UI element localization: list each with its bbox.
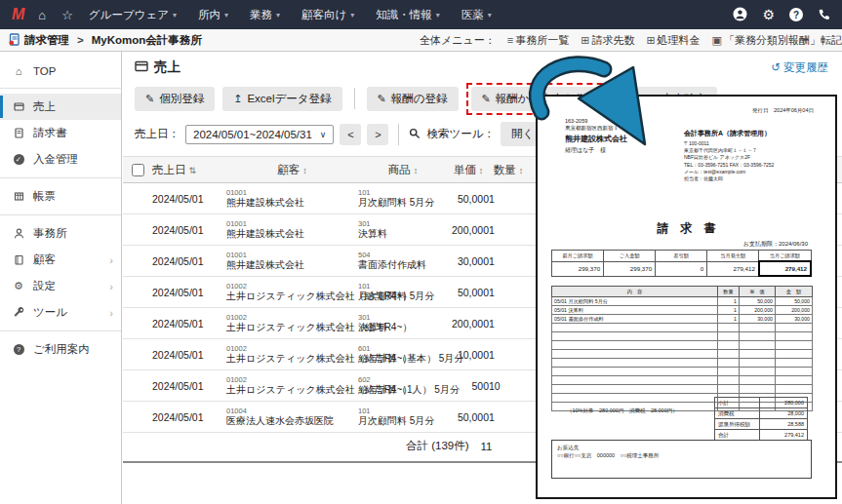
sales-date: 2024/05/01 [152,308,226,339]
menu-customer[interactable]: 顧客向け▾ [301,8,354,22]
total-label: 合計 (139件) [406,439,469,453]
chevron-down-icon: ▾ [276,11,280,19]
sales-date: 2024/05/01 [152,214,226,246]
customer-cell: 01004医療法人速水会赤坂医院 [226,402,358,433]
user-account-icon[interactable] [733,7,747,23]
sender-address2: NBF日比谷ビル アネックス2F [684,154,774,161]
sales-date: 2024/05/01 [152,246,226,277]
phone-icon[interactable] [818,8,830,22]
quantity: 1 [489,277,528,308]
sidebar-item-office[interactable]: 事務所 [0,220,121,247]
invoice-detail-table: 内 容 数量 単 価 金 額 05/01 月次顧問料 5月分150,00050,… [551,286,813,411]
column-header-date[interactable]: 売上日⇅ [152,157,226,183]
column-header-unit-price[interactable]: 単価↕ [448,157,489,183]
sort-icon: ↕ [414,166,419,175]
unit-price: 50,000 [448,183,489,214]
quantity: 1 [489,308,528,339]
help-icon[interactable]: ? [789,8,803,21]
customer-cell: 01002土井ロジスティック株式会社（給与R4~） [226,308,358,339]
sidebar: ⌂ TOP 売上 請求書 ✓ 入金管理 帳票 事務所 顧客 › [0,52,122,504]
recipient-person: 経理ほな子 様 [565,147,640,154]
global-menu-fee-transfer[interactable]: ▣「業務分類別報酬」転記 [712,33,842,48]
table-icon [12,191,25,202]
sales-date: 2024/05/01 [152,277,226,308]
menu-internal[interactable]: 所内▾ [198,8,228,22]
invoice-totals-table: 小計280,000 消費税28,000 源泉所得税額28,588 合計279,4… [714,397,808,441]
divider [0,214,121,215]
page-title: 売上 [135,58,180,76]
star-icon[interactable]: ☆ [61,8,73,22]
column-header-qty[interactable]: 数量↕ [489,157,528,183]
customer-cell: 01002土井ロジスティック株式会社（給与R4~） [226,339,358,370]
invoice-recipient-block: 163-2059 東京都新宿区西新宿１－１－１ 熊井建設株式会社 経理ほな子 様 [565,118,640,154]
customer-cell: 01002土井ロジスティック株式会社（給与R4~） [226,370,358,402]
billing-app-icon [8,33,20,48]
recipient-address: 東京都新宿区西新宿１－１－１ [565,125,640,132]
mykomon-logo[interactable]: M [12,6,24,23]
column-header-customer[interactable]: 顧客↕ [226,157,358,183]
global-menu-office-list[interactable]: ≡事務所一覧 [507,33,569,48]
excel-register-button[interactable]: ↥Excelデータ登録 [222,87,341,111]
divider [0,177,121,178]
menu-medical[interactable]: 医薬▾ [461,8,492,22]
chevron-down-icon: ∨ [320,130,327,139]
sidebar-item-top[interactable]: ⌂ TOP [0,59,121,83]
recipient-postal: 163-2059 [565,118,640,125]
gear-icon: ⚙ [12,280,25,292]
unit-price: 30,000 [448,246,489,277]
product-cell: 601給与計算（基本） 5月分 [358,339,448,370]
select-all-checkbox[interactable] [132,164,144,176]
sales-date-label: 売上日： [135,127,180,141]
chevron-down-icon: ▾ [224,11,228,19]
home-icon: ⌂ [12,65,25,77]
breadcrumb-app[interactable]: 請求管理 [8,33,69,48]
sidebar-item-reports[interactable]: 帳票 [0,183,121,210]
gear-icon[interactable]: ⚙ [762,7,775,22]
invoice-due-date: お支払期限：2024/06/30 [743,240,808,249]
sidebar-item-settings[interactable]: ⚙ 設定 › [0,273,121,299]
breadcrumb-current-office: MyKomon会計事務所 [92,33,202,48]
home-icon[interactable]: ⌂ [38,8,46,22]
invoice-tax-note: （10%対象 280,000円 消費税 28,000円） [567,407,678,414]
next-period-button[interactable]: > [367,124,388,145]
wrench-icon [12,307,25,318]
total-amount: 11 [481,441,493,452]
unit-price: 200,000 [448,214,489,246]
menu-knowledge[interactable]: 知識・情報▾ [376,8,440,22]
sidebar-item-deposit[interactable]: ✓ 入金管理 [0,146,121,173]
upload-icon: ↥ [233,93,242,105]
sidebar-item-sales[interactable]: 売上 [0,94,121,120]
sidebar-item-invoice[interactable]: 請求書 [0,120,121,146]
change-history-link[interactable]: ↺ 変更履歴 [771,60,828,75]
card-icon [135,60,148,75]
menu-operations[interactable]: 業務▾ [250,8,280,22]
bank-label: お振込先 [557,444,806,451]
sort-icon: ↕ [479,166,484,175]
menu-groupware[interactable]: グループウェア▾ [89,8,177,22]
date-range-select[interactable]: 2024/05/01~2024/05/31 ∨ [185,125,334,144]
global-menu-processing-fee[interactable]: ⊞処理料金 [646,33,700,48]
recipient-name: 熊井建設株式会社 [565,134,640,144]
fee-register-button[interactable]: ✎報酬の登録 [367,87,459,111]
customer-cell: 01001熊井建設株式会社 [226,183,358,214]
product-cell: 101月次顧問料 5月分 [358,183,448,214]
product-cell: 301決算料 [358,214,448,246]
sidebar-item-tools[interactable]: ツール › [0,299,121,326]
product-cell: 101月次顧問料 5月分 [358,402,448,433]
prev-period-button[interactable]: < [340,124,361,145]
invoice-bank-box: お振込先 ○○銀行○○支店 000000 ○○税理士事務所 [551,440,812,479]
sidebar-item-customers[interactable]: 顧客 › [0,247,121,273]
global-menu-billing-count[interactable]: ⊞請求先数 [581,33,634,48]
sidebar-item-guide[interactable]: ? ご利用案内 [0,336,121,363]
column-header-product[interactable]: 商品↕ [358,157,448,183]
individual-register-button[interactable]: ✎個別登録 [135,87,215,111]
chevron-right-icon: › [109,281,113,292]
bank-account: ○○銀行○○支店 000000 ○○税理士事務所 [557,451,806,459]
list-icon: ≡ [507,34,513,46]
customer-cell: 01001熊井建設株式会社 [226,214,358,246]
invoice-summary-table: 前月ご請求額 ご入金額 差引額 当月発生額 当月ご請求額 299,370 299… [551,250,812,277]
search-tool-label: 検索ツール： [426,127,495,141]
question-circle-icon: ? [12,344,25,355]
unit-price: 50,000 [448,277,489,308]
invoice-sender-block: 会計事務所A（請求管理用） 〒100-0011 東京都千代田区内幸町１－１－７ … [684,129,774,182]
